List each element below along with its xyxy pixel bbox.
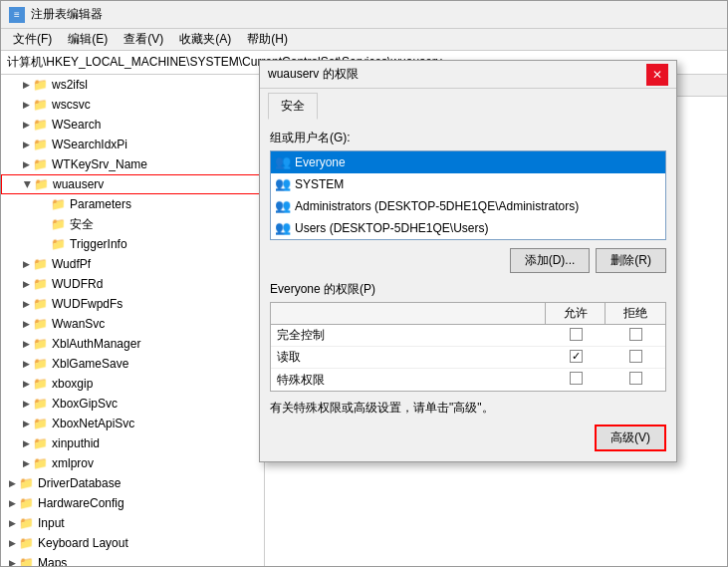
dialog-tabs: 安全 — [260, 89, 676, 120]
tree-arrow — [19, 297, 33, 311]
tree-label: WudfPf — [52, 257, 91, 271]
tree-arrow — [19, 118, 33, 132]
tree-arrow — [19, 257, 33, 271]
checkbox-full-deny[interactable] — [629, 328, 642, 341]
folder-icon — [33, 138, 49, 151]
tree-item-driverdatabase[interactable]: DriverDatabase — [1, 473, 264, 493]
tree-item-wtkeysrv[interactable]: WTKeySrv_Name — [1, 154, 264, 174]
tree-item-wwansvc[interactable]: WwanSvc — [1, 314, 264, 334]
dialog-content: 组或用户名(G): 👥 Everyone 👥 SYSTEM 👥 Administ… — [260, 120, 676, 461]
tree-item-wudfrd[interactable]: WUDFRd — [1, 274, 264, 294]
perm-allow-full[interactable] — [546, 328, 606, 344]
permissions-dialog: wuauserv 的权限 ✕ 安全 组或用户名(G): 👥 Everyone 👥… — [259, 60, 677, 462]
perm-allow-special[interactable] — [546, 372, 606, 388]
user-name-admins: Administrators (DESKTOP-5DHE1QE\Administ… — [295, 199, 579, 213]
folder-icon — [33, 277, 49, 291]
user-list-item-everyone[interactable]: 👥 Everyone — [271, 151, 665, 173]
title-bar-text: 注册表编辑器 — [31, 6, 103, 23]
checkbox-read-allow[interactable] — [570, 350, 583, 363]
tree-item-wudfwpdfs[interactable]: WUDFwpdFs — [1, 294, 264, 314]
user-name-everyone: Everyone — [295, 155, 346, 169]
tree-item-triggerinfo[interactable]: TriggerInfo — [1, 234, 264, 254]
tree-item-wuauserv[interactable]: wuauserv — [1, 174, 264, 194]
tree-arrow — [5, 516, 19, 530]
tree-label: xinputhid — [52, 436, 100, 450]
footer-btn-row: 高级(V) — [270, 425, 666, 451]
tree-item-hardwareconfig[interactable]: HardwareConfig — [1, 493, 264, 513]
folder-icon — [51, 237, 67, 251]
perm-deny-read[interactable] — [606, 350, 665, 366]
user-list-item-users[interactable]: 👥 Users (DESKTOP-5DHE1QE\Users) — [271, 217, 665, 239]
perms-col-name-header — [271, 303, 546, 324]
remove-user-button[interactable]: 删除(R) — [596, 248, 666, 273]
tree-arrow — [19, 317, 33, 331]
tree-arrow — [5, 476, 19, 490]
tree-item-xboxgip[interactable]: xboxgip — [1, 374, 264, 394]
permissions-label: Everyone 的权限(P) — [270, 281, 666, 298]
menu-view[interactable]: 查看(V) — [116, 29, 171, 50]
perm-deny-special[interactable] — [606, 372, 665, 388]
tree-item-parameters[interactable]: Parameters — [1, 194, 264, 214]
folder-icon — [33, 297, 49, 311]
folder-icon — [51, 217, 67, 231]
tree-arrow — [19, 98, 33, 112]
folder-icon — [33, 337, 49, 351]
folder-icon — [33, 157, 49, 171]
dialog-title-bar: wuauserv 的权限 ✕ — [260, 61, 676, 89]
tree-item-wsearch[interactable]: WSearch — [1, 115, 264, 135]
tab-security[interactable]: 安全 — [268, 93, 318, 120]
add-user-button[interactable]: 添加(D)... — [510, 248, 591, 273]
tree-arrow — [19, 157, 33, 171]
tree-item-keyboard-layout[interactable]: Keyboard Layout — [1, 533, 264, 553]
perm-deny-full[interactable] — [606, 328, 665, 344]
folder-icon — [33, 397, 49, 411]
tree-panel[interactable]: ws2ifsl wscsvc WSearch WSearchIdxPi — [1, 75, 265, 566]
folder-icon — [33, 357, 49, 371]
tree-item-wsearchidxpi[interactable]: WSearchIdxPi — [1, 135, 264, 154]
app-icon: ≡ — [9, 7, 25, 23]
folder-icon — [33, 456, 49, 470]
menu-favorites[interactable]: 收藏夹(A) — [171, 29, 239, 50]
advanced-button[interactable]: 高级(V) — [595, 425, 666, 451]
tree-label: XblGameSave — [52, 357, 128, 371]
menu-help[interactable]: 帮助(H) — [239, 29, 296, 50]
user-icon: 👥 — [275, 220, 291, 236]
tree-item-security[interactable]: 安全 — [1, 214, 264, 234]
tree-arrow — [19, 277, 33, 291]
user-list: 👥 Everyone 👥 SYSTEM 👥 Administrators (DE… — [270, 150, 666, 240]
tree-item-xboxnetapisvc[interactable]: XboxNetApiSvc — [1, 414, 264, 433]
menu-file[interactable]: 文件(F) — [5, 29, 60, 50]
checkbox-full-allow[interactable] — [570, 328, 583, 341]
tree-item-wscsvc[interactable]: wscsvc — [1, 95, 264, 115]
folder-icon — [33, 417, 49, 430]
tree-arrow — [5, 496, 19, 510]
tree-label: HardwareConfig — [38, 496, 124, 510]
user-list-item-system[interactable]: 👥 SYSTEM — [271, 173, 665, 195]
tree-item-xblauthmanager[interactable]: XblAuthManager — [1, 334, 264, 354]
tree-item-xboxgipsvc[interactable]: XboxGipSvc — [1, 394, 264, 414]
folder-icon — [33, 257, 49, 271]
perms-col-allow-header: 允许 — [546, 303, 606, 324]
tree-item-input[interactable]: Input — [1, 513, 264, 533]
user-list-item-admins[interactable]: 👥 Administrators (DESKTOP-5DHE1QE\Admini… — [271, 195, 665, 217]
tree-item-xmlprov[interactable]: xmlprov — [1, 453, 264, 473]
tree-item-xinputhid[interactable]: xinputhid — [1, 433, 264, 453]
checkbox-special-allow[interactable] — [570, 372, 583, 385]
checkbox-read-deny[interactable] — [629, 350, 642, 363]
dialog-close-button[interactable]: ✕ — [646, 64, 668, 86]
tree-arrow — [19, 377, 33, 391]
menu-edit[interactable]: 编辑(E) — [60, 29, 116, 50]
title-bar: ≡ 注册表编辑器 — [1, 1, 727, 29]
tree-item-ws2ifsl[interactable]: ws2ifsl — [1, 75, 264, 95]
tree-label: Input — [38, 516, 65, 530]
perm-allow-read[interactable] — [546, 350, 606, 366]
tree-item-maps[interactable]: Maps — [1, 553, 264, 566]
checkbox-special-deny[interactable] — [629, 372, 642, 385]
folder-icon — [33, 98, 49, 112]
tree-item-wudfpf[interactable]: WudfPf — [1, 254, 264, 274]
folder-icon — [33, 436, 49, 450]
tree-item-xblgamesave[interactable]: XblGameSave — [1, 354, 264, 374]
user-icon: 👥 — [275, 154, 291, 170]
perm-row-special: 特殊权限 — [271, 369, 665, 391]
tree-label: WSearchIdxPi — [52, 138, 127, 151]
